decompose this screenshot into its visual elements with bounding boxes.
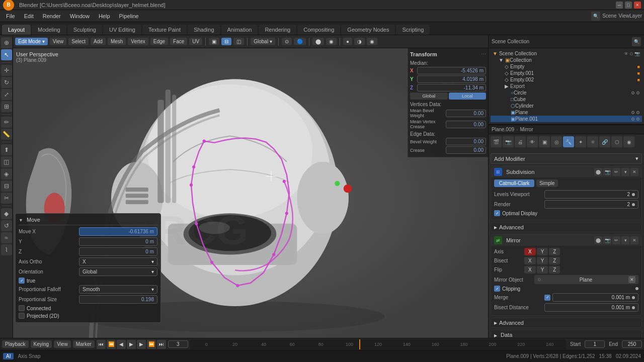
bisect-distance-value[interactable]: 0.001 m <box>544 303 638 312</box>
crease-value[interactable]: 0.00 <box>446 146 487 154</box>
menu-file[interactable]: File <box>2 12 19 20</box>
keying-button[interactable]: Keying <box>31 340 52 348</box>
orientation-select[interactable]: Global ▾ <box>79 267 157 276</box>
tab-view-props[interactable]: 👁 <box>527 136 538 147</box>
jump-start-button[interactable]: ⏮ <box>97 340 106 349</box>
prev-keyframe-button[interactable]: ◀ <box>117 340 126 349</box>
move-x-value[interactable]: -0.61736 m <box>79 227 157 236</box>
tab-constraints-props[interactable]: 🔗 <box>599 136 610 147</box>
view-button[interactable]: View <box>54 340 71 348</box>
tree-empty[interactable]: ◇ Empty ■ <box>491 63 642 70</box>
select-tool[interactable]: ↖ <box>1 49 12 60</box>
simple-button[interactable]: Simple <box>536 179 558 187</box>
mean-bevel-value[interactable]: 0.00 <box>446 110 487 117</box>
tree-plane-001[interactable]: ▣ Plane.001 ⚙ ⚙ <box>491 116 642 122</box>
tree-cube[interactable]: □ Cube <box>491 96 642 103</box>
mirror-realtime-icon[interactable]: ⬤ <box>594 236 602 244</box>
maximize-button[interactable]: □ <box>625 2 632 9</box>
median-z-value[interactable]: -11.34 m <box>417 84 486 92</box>
material-shading[interactable]: ◑ <box>354 38 365 45</box>
hide-select-icon[interactable]: ⊙ <box>629 51 633 56</box>
mirror-advanced-section[interactable]: ▶ Advanced <box>491 318 642 328</box>
tab-compositing[interactable]: Compositing <box>297 25 340 35</box>
edge-menu[interactable]: Edge <box>150 38 168 45</box>
transform-tool[interactable]: ⊞ <box>1 101 12 112</box>
optimal-display-checkbox[interactable]: ✓ <box>494 210 500 216</box>
edge-crease-tool[interactable]: ⌇ <box>1 244 12 255</box>
next-keyframe-button[interactable]: ▶ <box>137 340 146 349</box>
tab-object-data-props[interactable]: ⬡ <box>611 136 622 147</box>
jump-end-button[interactable]: ⏭ <box>157 340 166 349</box>
menu-edit[interactable]: Edit <box>20 12 38 20</box>
mirror-advanced-header[interactable]: ▶ Advanced <box>494 320 638 326</box>
mirror-edit-icon[interactable]: ✏ <box>612 236 620 244</box>
advanced-header[interactable]: ▶ Advanced <box>494 224 638 230</box>
flip-z-button[interactable]: Z <box>549 266 560 274</box>
median-y-value[interactable]: 4.0198 m <box>417 75 486 83</box>
median-x-value[interactable]: -5.4526 m <box>417 67 486 74</box>
measure-tool[interactable]: 📏 <box>1 129 12 140</box>
tab-particles-props[interactable]: ✦ <box>575 136 586 147</box>
menu-pipeline[interactable]: Pipeline <box>115 12 143 20</box>
vert-select-mode[interactable]: ▣ <box>209 38 219 45</box>
data-section[interactable]: ▶ Data <box>491 330 642 338</box>
face-menu[interactable]: Face <box>170 38 187 45</box>
view-menu[interactable]: View <box>50 38 67 45</box>
scale-tool[interactable]: ⤢ <box>1 89 12 100</box>
end-frame-input[interactable]: 250 <box>622 340 642 348</box>
tab-scene-props[interactable]: 🎬 <box>491 136 502 147</box>
proportional-size-value[interactable]: 0.198 <box>79 295 157 304</box>
current-frame-input[interactable]: 3 <box>168 340 188 348</box>
spin-tool[interactable]: ↺ <box>1 220 12 231</box>
tab-layout[interactable]: Layout <box>2 25 31 35</box>
viewport-3d[interactable]: RRCG User Perspective (3) Plane.009 X <box>13 48 488 338</box>
catmull-clark-button[interactable]: Catmull-Clark <box>494 179 534 187</box>
marker-button[interactable]: Marker <box>73 340 95 348</box>
tab-rendering[interactable]: Rendering <box>259 25 296 35</box>
collapse-icon[interactable]: ▼ <box>19 218 23 223</box>
tab-collection-props[interactable]: ▣ <box>539 136 550 147</box>
bisect-y-button[interactable]: Y <box>537 257 548 264</box>
subdivision-header[interactable]: ⊞ Subdivision ⬤ 📷 ✏ ▾ ✕ <box>491 166 641 177</box>
mirror-close-icon[interactable]: ✕ <box>630 236 638 244</box>
proportional-editing-checkbox[interactable]: ✓ <box>19 278 25 284</box>
tab-shading[interactable]: Shading <box>188 25 220 35</box>
tree-export[interactable]: ▶ Export <box>491 83 642 89</box>
tree-empty-001[interactable]: ◇ Empty.001 ■ <box>491 70 642 76</box>
tab-object-props[interactable]: ◎ <box>551 136 562 147</box>
tab-output-props[interactable]: 🖨 <box>515 136 526 147</box>
axis-z-button[interactable]: Z <box>549 248 560 255</box>
sub-realtime-icon[interactable]: ⬤ <box>594 168 602 176</box>
bisect-z-button[interactable]: Z <box>549 257 560 264</box>
flip-y-button[interactable]: Y <box>537 266 548 274</box>
move-y-value[interactable]: 0 m <box>79 237 157 246</box>
global-selector[interactable]: Global ▾ <box>251 38 275 45</box>
tree-circle[interactable]: ○ Circle ⚙ ⚙ <box>491 89 642 96</box>
render-value[interactable]: 2 <box>544 200 638 209</box>
tree-empty-002[interactable]: ◇ Empty.002 ■ <box>491 76 642 83</box>
rendered-shading[interactable]: ◉ <box>367 38 377 45</box>
mirror-object-clear[interactable]: ✕ <box>628 276 635 283</box>
smooth-tool[interactable]: ≈ <box>1 232 12 243</box>
face-select-mode[interactable]: ◫ <box>233 38 244 45</box>
bevel-weight-value[interactable]: 0.00 <box>446 138 487 145</box>
tab-animation[interactable]: Animation <box>221 25 258 35</box>
tab-render-props[interactable]: 📷 <box>503 136 514 147</box>
vertex-menu[interactable]: Vertex <box>128 38 148 45</box>
play-button[interactable]: ▶ <box>127 340 136 349</box>
minimize-button[interactable]: ─ <box>616 2 623 9</box>
menu-window[interactable]: Window <box>66 12 94 20</box>
edge-select-mode[interactable]: ⊟ <box>221 38 231 45</box>
add-menu[interactable]: Add <box>91 38 106 45</box>
axis-ortho-select[interactable]: X ▾ <box>79 257 157 266</box>
tab-geometry-nodes[interactable]: Geometry Nodes <box>341 25 395 35</box>
connected-checkbox[interactable] <box>19 305 25 311</box>
annotate-tool[interactable]: ✏ <box>1 117 12 128</box>
snap-toggle[interactable]: 🔵 <box>294 38 306 45</box>
flip-x-button[interactable]: X <box>524 266 536 274</box>
timeline-ruler[interactable]: 0 20 40 60 80 100 120 140 160 180 200 22… <box>190 339 566 349</box>
hide-viewport-icon[interactable]: 👁 <box>624 51 628 56</box>
levels-viewport-value[interactable]: 2 <box>544 190 638 199</box>
clipping-checkbox[interactable]: ✓ <box>494 286 500 292</box>
add-modifier-button[interactable]: Add Modifier ▾ <box>491 153 642 164</box>
